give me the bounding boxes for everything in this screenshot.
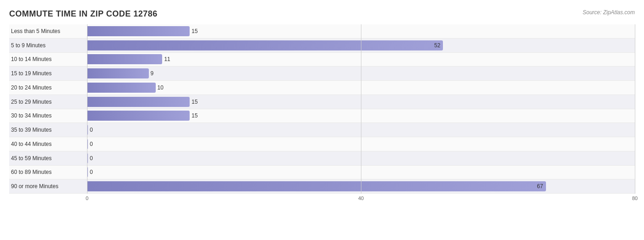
bar: 15 [87, 97, 190, 107]
table-row: 25 to 29 Minutes15 [9, 95, 635, 109]
bar: 10 [87, 83, 156, 93]
table-row: 30 to 34 Minutes15 [9, 109, 635, 123]
bar-area: 9 [87, 67, 635, 80]
bar-label: 5 to 9 Minutes [9, 41, 87, 50]
bar-value: 0 [90, 155, 93, 162]
bar-label: 35 to 39 Minutes [9, 126, 87, 134]
chart-rows-wrapper: Less than 5 Minutes155 to 9 Minutes5210 … [9, 24, 635, 194]
table-row: 5 to 9 Minutes52 [9, 39, 635, 53]
table-row: 60 to 89 Minutes0 [9, 166, 635, 180]
bar-label: 60 to 89 Minutes [9, 168, 87, 176]
bar-value: 0 [90, 141, 93, 147]
bar-area: 15 [87, 24, 635, 38]
bar: 0 [87, 167, 88, 177]
table-row: 90 or more Minutes67 [9, 179, 635, 194]
bar: 52 [87, 40, 443, 50]
bar-value: 9 [151, 70, 154, 77]
bar: 0 [87, 139, 88, 149]
bar: 0 [87, 125, 88, 135]
bar: 15 [87, 111, 190, 121]
chart-body: Less than 5 Minutes155 to 9 Minutes5210 … [9, 24, 635, 205]
chart-source: Source: ZipAtlas.com [583, 9, 635, 16]
bar-area: 15 [87, 95, 635, 109]
bar-value: 10 [158, 84, 164, 91]
bar-label: 20 to 24 Minutes [9, 84, 87, 92]
chart-title: COMMUTE TIME IN ZIP CODE 12786 [9, 9, 158, 19]
bar-area: 52 [87, 39, 635, 52]
bar-label: 40 to 44 Minutes [9, 140, 87, 148]
bar-area: 15 [87, 109, 635, 123]
bar-value: 15 [191, 28, 197, 34]
bar-area: 0 [87, 137, 635, 151]
bar-area: 10 [87, 81, 635, 95]
bar-area: 0 [87, 166, 635, 179]
bar: 9 [87, 68, 149, 78]
x-axis: 04080 [87, 195, 635, 205]
table-row: 40 to 44 Minutes0 [9, 137, 635, 151]
bar-value: 15 [191, 99, 197, 105]
bar: 11 [87, 54, 162, 64]
table-row: 45 to 59 Minutes0 [9, 151, 635, 166]
chart-container: COMMUTE TIME IN ZIP CODE 12786 Source: Z… [0, 0, 644, 240]
bar-area: 67 [87, 179, 635, 193]
bar: 15 [87, 26, 190, 36]
bar-value: 67 [537, 183, 543, 190]
bar-area: 0 [87, 123, 635, 137]
bar-value: 11 [164, 56, 170, 62]
table-row: 15 to 19 Minutes9 [9, 67, 635, 81]
table-row: 20 to 24 Minutes10 [9, 81, 635, 95]
bar-label: 90 or more Minutes [9, 182, 87, 190]
table-row: 35 to 39 Minutes0 [9, 123, 635, 137]
bar-area: 0 [87, 151, 635, 165]
bar: 67 [87, 181, 546, 191]
chart-header: COMMUTE TIME IN ZIP CODE 12786 Source: Z… [9, 9, 635, 19]
bar: 0 [87, 153, 88, 163]
bar-label: 25 to 29 Minutes [9, 98, 87, 106]
bar-label: 30 to 34 Minutes [9, 112, 87, 120]
bar-label: 45 to 59 Minutes [9, 154, 87, 162]
table-row: Less than 5 Minutes15 [9, 24, 635, 39]
x-tick: 0 [86, 195, 88, 201]
table-row: 10 to 14 Minutes11 [9, 53, 635, 67]
bar-value: 52 [434, 42, 440, 49]
bar-label: 15 to 19 Minutes [9, 69, 87, 78]
bar-label: Less than 5 Minutes [9, 27, 87, 35]
bar-value: 0 [90, 127, 93, 133]
x-tick: 80 [632, 195, 638, 201]
bar-label: 10 to 14 Minutes [9, 55, 87, 63]
bar-value: 0 [90, 169, 93, 175]
x-tick: 40 [358, 195, 364, 201]
bar-area: 11 [87, 53, 635, 67]
bar-value: 15 [191, 112, 197, 119]
